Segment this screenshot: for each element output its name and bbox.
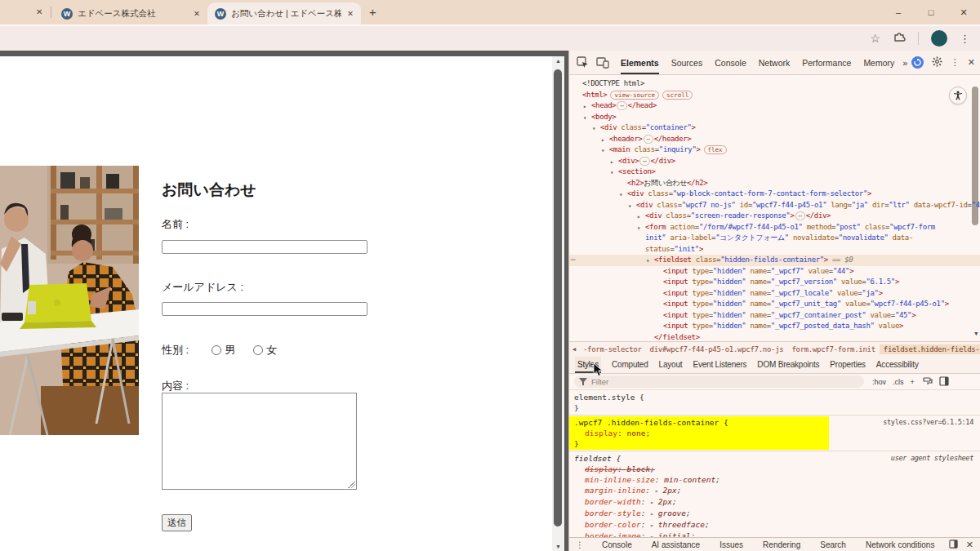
rule-selector[interactable]: element.style {: [574, 393, 644, 402]
drawer-tab-rendering[interactable]: Rendering: [753, 540, 810, 549]
settings-gear-icon[interactable]: [932, 56, 942, 70]
twisty-icon[interactable]: ▸: [583, 101, 586, 113]
styles-tab-dom-breakpoints[interactable]: DOM Breakpoints: [757, 357, 819, 373]
scroll-up-icon[interactable]: ▲: [552, 58, 564, 64]
dom-tree-row[interactable]: <input type="hidden" name="_wpcf7_versio…: [569, 277, 980, 288]
scrollbar-thumb[interactable]: [554, 69, 562, 527]
styles-tab-event-listeners[interactable]: Event Listeners: [693, 357, 746, 373]
style-toolbar-button[interactable]: :hov: [872, 378, 886, 386]
dom-tree-row[interactable]: <input type="hidden" name="_wpcf7_contai…: [569, 310, 980, 322]
submit-button[interactable]: 送信: [162, 514, 192, 531]
dom-tree-row[interactable]: ▸<div class="screen-reader-response">⋯</…: [569, 211, 980, 222]
css-property[interactable]: border-width: ▸ 2px;: [574, 496, 975, 508]
reload-extension-icon[interactable]: [911, 56, 924, 69]
dom-tree-row[interactable]: <!DOCTYPE html>: [569, 78, 980, 90]
rule-selector[interactable]: fieldset {: [574, 454, 621, 463]
devtools-tab-memory[interactable]: Memory: [863, 51, 894, 74]
dom-tree-row[interactable]: <html>view-sourcescroll: [569, 90, 980, 101]
twisty-icon[interactable]: ▸: [637, 211, 640, 223]
devtools-tab-elements[interactable]: Elements: [621, 51, 659, 74]
style-toolbar-button[interactable]: .cls: [893, 378, 904, 386]
dom-tree-row[interactable]: ▾<body>: [569, 112, 980, 123]
twisty-icon[interactable]: ▾: [646, 256, 649, 267]
bookmark-star-icon[interactable]: ☆: [870, 32, 880, 45]
devtools-menu-icon[interactable]: ⋮: [951, 57, 960, 68]
dom-tree-row[interactable]: <input type="hidden" name="_wpcf7" value…: [569, 266, 980, 278]
breadcrumb-back-icon[interactable]: ◀: [569, 346, 579, 353]
dom-tree-row[interactable]: <input type="hidden" name="_wpcf7_locale…: [569, 288, 980, 300]
drawer-menu-icon[interactable]: ⋮: [576, 540, 584, 549]
rendering-emulation-icon[interactable]: [923, 375, 933, 389]
browser-tab[interactable]: Wお問い合わせ | エドベース株式会社✕: [207, 2, 361, 24]
dom-tree-row[interactable]: ▾⋯<fieldset class="hidden-fields-contain…: [569, 255, 980, 266]
css-property[interactable]: border-image: ▸ initial;: [574, 531, 975, 537]
styles-tab-properties[interactable]: Properties: [830, 357, 866, 373]
name-input[interactable]: [162, 240, 368, 254]
css-property[interactable]: display: block;: [574, 464, 975, 474]
dom-tree-row[interactable]: ▸<div>⋯</div>: [569, 156, 980, 167]
breadcrumb-item[interactable]: -form-selector: [579, 344, 646, 354]
twisty-icon[interactable]: ▾: [610, 167, 613, 179]
breadcrumb-item[interactable]: fieldset.hidden-fields-container: [880, 344, 980, 354]
minimize-button[interactable]: –: [882, 7, 915, 17]
devtools-tab-console[interactable]: Console: [715, 51, 746, 74]
profile-avatar[interactable]: [931, 30, 947, 47]
dom-tree-row[interactable]: ▾<div class="wpcf7 no-js" id="wpcf7-f44-…: [569, 200, 980, 211]
page-scrollbar[interactable]: ▲ ▼: [552, 56, 564, 551]
browser-tab[interactable]: Wエドベース株式会社✕: [54, 2, 207, 24]
twisty-icon[interactable]: ▾: [628, 201, 631, 212]
css-property[interactable]: display: none;: [574, 428, 975, 438]
close-tab-icon[interactable]: ✕: [36, 7, 42, 16]
drawer-tab-console[interactable]: Console: [592, 540, 642, 549]
maximize-button[interactable]: □: [915, 7, 947, 17]
dom-tree-row[interactable]: ▸<head>⋯</head>: [569, 100, 980, 112]
close-window-button[interactable]: ✕: [947, 7, 980, 18]
breadcrumb-item[interactable]: form.wpcf7-form.init: [787, 344, 879, 354]
css-property[interactable]: border-style: ▸ groove;: [574, 508, 975, 519]
twisty-icon[interactable]: ▸: [610, 157, 613, 168]
radio-female[interactable]: [253, 345, 263, 355]
device-toolbar-icon[interactable]: [596, 57, 609, 69]
style-toolbar-button[interactable]: +: [911, 378, 915, 386]
devtools-close-icon[interactable]: ✕: [968, 57, 975, 68]
drawer-dock-icon[interactable]: [949, 537, 958, 551]
twisty-icon[interactable]: ▾: [601, 145, 604, 157]
devtools-tab-performance[interactable]: Performance: [802, 51, 851, 74]
devtools-tab-sources[interactable]: Sources: [671, 51, 703, 74]
content-textarea[interactable]: [162, 393, 357, 490]
twisty-icon[interactable]: ▾: [637, 223, 640, 234]
scroll-down-icon[interactable]: ▼: [552, 544, 564, 549]
inspect-element-icon[interactable]: [577, 56, 589, 69]
css-property[interactable]: min-inline-size: min-content;: [574, 474, 975, 485]
styles-tab-layout[interactable]: Layout: [659, 357, 683, 373]
expand-icon[interactable]: ▸: [650, 510, 658, 518]
dom-tree-row[interactable]: <input type="hidden" name="_wpcf7_posted…: [569, 321, 980, 332]
more-panels-icon[interactable]: »: [902, 58, 907, 68]
css-property[interactable]: margin-inline: ▸ 2px;: [574, 485, 975, 496]
stylesheet-link[interactable]: styles.css?ver=6.1.5:14: [883, 417, 973, 428]
twisty-icon[interactable]: ▾: [619, 189, 622, 201]
dom-tree-row[interactable]: ▾<section>: [569, 167, 980, 178]
close-tab-icon[interactable]: ✕: [194, 9, 200, 18]
drawer-tab-network-conditions[interactable]: Network conditions: [856, 540, 944, 549]
dom-tree-row[interactable]: ▾<div class="wp-block-contact-form-7-con…: [569, 189, 980, 200]
radio-male[interactable]: [212, 345, 221, 355]
dom-tree-row[interactable]: <h2>お問い合わせ</h2>: [569, 178, 980, 189]
drawer-tab-search[interactable]: Search: [810, 540, 856, 549]
drawer-tab-issues[interactable]: Issues: [710, 540, 753, 549]
dom-tree-row[interactable]: ▾<form action="/form/#wpcf7-f44-p45-o1" …: [569, 222, 953, 256]
drawer-close-icon[interactable]: ✕: [966, 540, 973, 550]
dom-tree-row[interactable]: </fieldset>: [569, 332, 980, 342]
twisty-icon[interactable]: ▾: [592, 123, 595, 135]
new-tab-button[interactable]: +: [369, 5, 376, 19]
twisty-icon[interactable]: ▾: [583, 113, 586, 124]
dom-tree-row[interactable]: <input type="hidden" name="_wpcf7_unit_t…: [569, 299, 980, 310]
css-property[interactable]: border-color: ▸ threedface;: [574, 519, 975, 531]
extensions-icon[interactable]: [893, 30, 906, 47]
breadcrumb-item[interactable]: div#wpcf7-f44-p45-o1.wpcf7.no-js: [646, 344, 788, 354]
drawer-tab-ai-assistance[interactable]: AI assistance: [642, 540, 710, 549]
twisty-icon[interactable]: ▸: [601, 135, 604, 146]
dock-side-icon[interactable]: [939, 375, 949, 389]
more-actions-icon[interactable]: ⋯: [571, 255, 575, 266]
close-tab-icon[interactable]: ✕: [347, 9, 354, 18]
